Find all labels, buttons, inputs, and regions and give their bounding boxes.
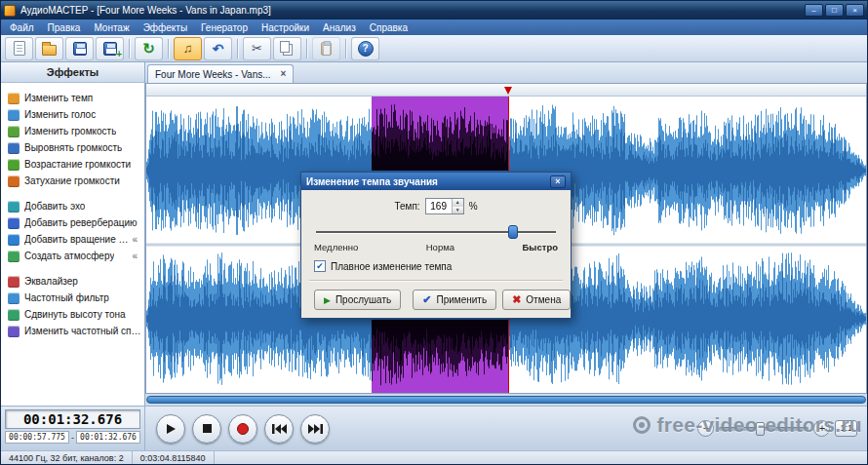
listen-play-icon: ▶: [324, 295, 331, 305]
playhead-marker-icon[interactable]: [504, 87, 512, 95]
cancel-cross-icon: ✖: [512, 293, 521, 306]
menu-item-help[interactable]: Справка: [363, 21, 414, 34]
dialog-close-button[interactable]: ×: [550, 175, 566, 188]
close-button[interactable]: ×: [846, 4, 864, 17]
echo-icon: [8, 201, 20, 213]
cut-button[interactable]: ✂: [243, 37, 271, 60]
effects-button[interactable]: ♫: [174, 37, 202, 60]
tab-close-icon[interactable]: ×: [281, 69, 287, 79]
menu-item-effects[interactable]: Эффекты: [137, 21, 194, 34]
fade-in-icon: [8, 159, 20, 171]
label-fast: Быстро: [523, 242, 558, 252]
copy-icon: [280, 41, 290, 53]
tempo-unit: %: [469, 201, 478, 212]
selection-end-display: 00:01:32.676: [76, 431, 140, 444]
apply-button[interactable]: ✔ Применить: [413, 290, 496, 310]
zoom-slider[interactable]: [719, 427, 809, 431]
sidebar-item-change-voice[interactable]: Изменить голос: [6, 106, 144, 123]
status-duration: 0:03:04.8115840: [133, 451, 215, 465]
skip-forward-button[interactable]: [300, 414, 330, 444]
convert-button[interactable]: ↻: [135, 37, 163, 60]
volume-icon: [8, 126, 20, 137]
sidebar-item-volume-fade[interactable]: Затухание громкости: [6, 173, 144, 189]
tab-current-file[interactable]: Four More Weeks - Vans... ×: [147, 64, 294, 83]
label-normal: Норма: [426, 242, 454, 252]
menubar: Файл Правка Монтаж Эффекты Генератор Нас…: [1, 19, 867, 35]
smooth-tempo-checkbox[interactable]: ✔: [314, 260, 326, 272]
paste-icon: [321, 42, 332, 56]
tempo-spinbox[interactable]: 169 ▲ ▼: [425, 198, 464, 214]
skip-back-button[interactable]: [264, 414, 294, 444]
status-audio-format: 44100 Гц, 32 бит, каналов: 2: [1, 451, 133, 465]
atmosphere-icon: [8, 251, 20, 262]
new-file-button[interactable]: [5, 37, 33, 60]
pitch-icon: [8, 309, 20, 321]
undo-button[interactable]: ↶: [204, 37, 232, 60]
record-button[interactable]: [228, 414, 257, 444]
zoom-slider-handle[interactable]: [756, 422, 765, 436]
sidebar-item-frequency-spectrum[interactable]: Изменить частотный спектр: [6, 323, 144, 339]
transport-panel: 00:01:32.676 00:00:57.775 - 00:01:32.676: [1, 406, 867, 450]
spin-up-icon[interactable]: ▲: [453, 199, 463, 207]
skip-forward-icon: [308, 423, 323, 435]
tempo-slider-handle[interactable]: [508, 225, 518, 239]
open-file-button[interactable]: [35, 37, 63, 60]
sidebar-item-channel-rotation[interactable]: Добавить вращение каналов«: [6, 231, 144, 248]
tempo-icon: [8, 93, 20, 104]
selection-start-display: 00:00:57.775: [5, 431, 69, 444]
maximize-button[interactable]: □: [825, 4, 844, 17]
menu-item-edit[interactable]: Правка: [41, 21, 88, 34]
transport-buttons: [145, 414, 330, 444]
voice-icon: [8, 109, 20, 121]
new-file-icon: [14, 41, 25, 56]
play-button[interactable]: [156, 414, 185, 444]
current-time-display: 00:01:32.676: [5, 409, 140, 429]
sidebar-item-pitch-shift[interactable]: Сдвинуть высоту тона: [6, 306, 144, 323]
menu-item-montage[interactable]: Монтаж: [87, 21, 136, 34]
smooth-tempo-label: Плавное изменение темпа: [331, 261, 452, 272]
horizontal-scroll-strip: [145, 394, 867, 406]
sidebar-item-add-reverb[interactable]: Добавить реверберацию: [6, 214, 144, 231]
cancel-button[interactable]: ✖ Отмена: [502, 290, 571, 310]
save-as-button[interactable]: +: [96, 37, 124, 60]
minimize-button[interactable]: –: [805, 4, 823, 17]
listen-button[interactable]: ▶ Прослушать: [314, 290, 401, 310]
zoom-out-button[interactable]: −: [697, 420, 714, 437]
scissors-icon: ✂: [252, 42, 262, 55]
timeline-ruler[interactable]: [146, 84, 866, 97]
chevron-left-icon: «: [132, 251, 138, 261]
spin-down-icon[interactable]: ▼: [453, 207, 463, 214]
menu-item-settings[interactable]: Настройки: [255, 21, 316, 34]
filter-icon: [8, 292, 20, 304]
stop-button[interactable]: [192, 414, 221, 444]
effects-icon: ♫: [183, 42, 193, 55]
tempo-slider[interactable]: [316, 225, 556, 239]
menu-item-analysis[interactable]: Анализ: [316, 21, 363, 34]
zoom-in-button[interactable]: +: [813, 420, 830, 437]
sidebar-item-equalizer[interactable]: Эквалайзер: [6, 273, 144, 290]
sidebar-item-frequency-filter[interactable]: Частотный фильтр: [6, 290, 144, 306]
menu-item-file[interactable]: Файл: [3, 21, 41, 34]
help-button[interactable]: ?: [351, 37, 379, 60]
sidebar-item-add-echo[interactable]: Добавить эхо: [6, 198, 144, 214]
dialog-titlebar: Изменение темпа звучания ×: [301, 173, 571, 190]
tempo-value[interactable]: 169: [426, 199, 452, 213]
paste-button[interactable]: [312, 37, 340, 60]
normalize-icon: [8, 142, 20, 154]
sidebar-item-volume-rise[interactable]: Возрастание громкости: [6, 156, 144, 173]
horizontal-scrollbar[interactable]: [146, 396, 866, 404]
zoom-ratio-button[interactable]: 1:1: [835, 420, 857, 437]
sidebar-item-change-volume[interactable]: Изменить громкость: [6, 123, 144, 139]
save-button[interactable]: [65, 37, 94, 60]
toolbar-separator: [306, 39, 307, 58]
sidebar-item-create-atmosphere[interactable]: Создать атмосферу«: [6, 248, 144, 264]
smooth-tempo-option[interactable]: ✔ Плавное изменение темпа: [314, 260, 558, 272]
help-icon: ?: [358, 41, 374, 57]
copy-button[interactable]: [273, 37, 301, 60]
menu-item-generator[interactable]: Генератор: [194, 21, 255, 34]
sidebar-item-normalize-volume[interactable]: Выровнять громкость: [6, 139, 144, 156]
tempo-label: Темп:: [394, 201, 419, 212]
sidebar-item-change-tempo[interactable]: Изменить темп: [6, 90, 144, 106]
tempo-row: Темп: 169 ▲ ▼ %: [314, 198, 558, 214]
spectrum-icon: [8, 326, 20, 337]
